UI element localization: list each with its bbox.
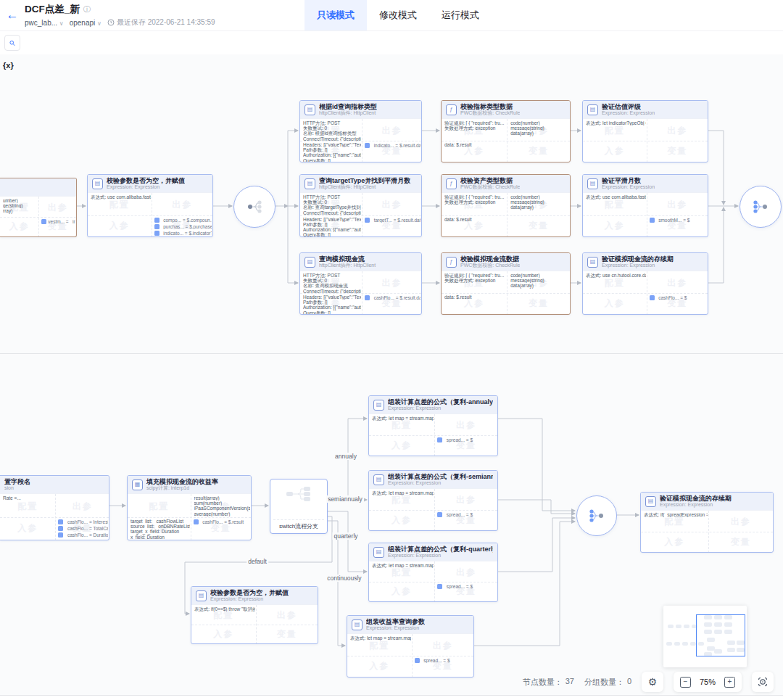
fit-view-button[interactable]: [752, 672, 774, 692]
flow-node[interactable]: ▤验证模拟现金流的存续期Expression: Expression配置入参表达…: [582, 252, 708, 315]
node-body: 配置入参Rate =...出参变量_cashFlo... = InterestR…: [0, 493, 109, 540]
config-text: 验证规则: [ { "required": tru...失败处理方式: exce…: [444, 120, 506, 131]
edge-label: annualy: [334, 453, 358, 460]
tab-readonly-mode[interactable]: 只读模式: [304, 0, 367, 30]
flow-node[interactable]: ▤验证模拟现金流的存续期Expression: Expression配置入参表达…: [640, 492, 774, 553]
scipy-type-icon: ▦: [132, 479, 143, 490]
toolbar-band: [0, 31, 783, 54]
node-header: ƒ校验指标类型数据PWC数据校验: CheckRule: [442, 101, 570, 118]
flow-node[interactable]: ▤组装计算点差的公式（复利-quarterly）Expression: Expr…: [368, 543, 498, 602]
flow-node[interactable]: ƒ校验指标类型数据PWC数据校验: CheckRule配置入参验证规则: [ {…: [441, 100, 571, 162]
api-select[interactable]: openapi ∨: [70, 19, 102, 27]
workspace-select[interactable]: pwc_lab... ∨: [25, 19, 64, 27]
body-divider: [583, 293, 708, 294]
param-row: vestm... = _investm...: [41, 219, 75, 224]
flow-node[interactable]: ƒ校验资产类型数据PWC数据校验: CheckRule配置入参验证规则: [ {…: [441, 174, 571, 237]
tab-edit-mode[interactable]: 修改模式: [367, 0, 429, 30]
info-icon[interactable]: ⓘ: [83, 4, 91, 15]
node-title: 组装计算点差的公式（复利-annualy）: [388, 398, 493, 405]
node-titles: 验证模拟现金流的存续期Expression: Expression: [602, 255, 674, 268]
flow-node[interactable]: ▤校验参数是否为空，并赋值Expression: Expression配置入参表…: [191, 586, 318, 644]
node-body: 配置入参表达式: let map = stream.map()...出参变量_s…: [369, 561, 497, 602]
watermark-label: 配置: [149, 500, 169, 512]
junction-node[interactable]: [740, 186, 782, 228]
flow-node[interactable]: ▤组装计算点差的公式（复利-annualy）Expression: Expres…: [368, 395, 498, 456]
node-title: 查询模拟现金流: [319, 255, 376, 263]
param-tag-icon: [154, 218, 160, 223]
chevron-down-icon: ∨: [97, 20, 102, 27]
flow-node[interactable]: 配置入参umber)ge(string)rray)出参变量vestm... = …: [0, 178, 77, 237]
search-button[interactable]: [4, 35, 20, 51]
param-tag-icon: [365, 295, 370, 300]
node-subtitle: Expression: Expression: [210, 596, 289, 602]
body-divider: [583, 141, 708, 141]
expression-type-icon: ▤: [373, 400, 384, 411]
tab-run-mode[interactable]: 运行模式: [429, 0, 492, 30]
zoom-in-button[interactable]: +: [724, 677, 735, 688]
flow-edge: [497, 419, 575, 511]
back-button[interactable]: ←: [0, 0, 25, 30]
flow-edge: [707, 207, 724, 283]
flow-node[interactable]: 置字段名sion配置入参Rate =...出参变量_cashFlo... = I…: [0, 475, 109, 540]
plus-icon: +: [724, 677, 735, 688]
switch-node[interactable]: switch流程分支: [270, 479, 328, 534]
config-text: 验证规则: [ { "required": tru...失败处理方式: exce…: [444, 273, 506, 283]
param-rows: _cashFlo... = $.result.dat...: [365, 295, 420, 300]
junction-node[interactable]: [233, 186, 276, 228]
node-header: ƒ校验模拟现金流数据PWC数据校验: CheckRule: [442, 253, 570, 271]
node-body: 配置入参表达式: let map = stream.map()...出参变量_s…: [369, 413, 497, 456]
http-type-icon: ▤: [304, 178, 315, 189]
variables-button[interactable]: {x}: [3, 61, 14, 70]
flow-node[interactable]: ▤验证平滑月数Expression: Expression配置入参表达式: us…: [582, 174, 708, 237]
output-params: code(number)message(string)data(array): [510, 273, 569, 289]
minimap[interactable]: [663, 606, 747, 667]
node-header: ▦填充模拟现金流的收益率scipy计算: interp1d: [128, 476, 251, 493]
param-text: _indicato... = $.indicatorT...: [161, 231, 212, 236]
zoom-out-button[interactable]: −: [680, 677, 691, 688]
node-title: 验证平滑月数: [602, 177, 655, 184]
flow-node[interactable]: ▤校验参数是否为空，并赋值Expression: Expression配置入参表…: [87, 174, 213, 237]
node-subtitle: httpClient插件: HttpClient: [319, 110, 377, 116]
mode-tabs: 只读模式 修改模式 运行模式: [304, 0, 492, 30]
param-tag-icon: [194, 519, 199, 524]
group-count: 分组数量：0: [584, 677, 631, 688]
node-header: ▤组装计算点差的公式（复利-semiannualy）Expression: Ex…: [369, 471, 497, 488]
watermark-label: 入参: [369, 660, 389, 672]
node-titles: 组装收益率查询参数Expression: Expression: [366, 618, 425, 631]
node-titles: 校验参数是否为空，并赋值Expression: Expression: [210, 589, 289, 602]
config-text: Rate =...: [3, 495, 54, 501]
node-title: 校验指标类型数据: [460, 103, 520, 110]
flow-node[interactable]: ▤查询targetType并找到平滑月数httpClient插件: HttpCl…: [299, 174, 422, 237]
param-text: _spread... = $: [444, 437, 473, 442]
node-titles: 验证模拟现金流的存续期Expression: Expression: [660, 495, 732, 508]
node-subtitle: PWC数据校验: CheckRule: [460, 263, 520, 268]
watermark-label: 入参: [392, 585, 412, 598]
param-text: _cashFlo... = InterestRate: [65, 519, 108, 524]
param-text: _cashFlo... = $.result.dat...: [371, 295, 420, 300]
flow-node[interactable]: ▤查询模拟现金流httpClient插件: HttpClient配置入参HTTP…: [299, 252, 422, 315]
page-title: DCF点差_新: [25, 3, 80, 16]
api-label: openapi: [70, 19, 96, 27]
flow-edge: [497, 518, 575, 572]
param-rows: _compo... = $.compoun..._purchas... = $.…: [154, 218, 212, 236]
junction-node[interactable]: [576, 495, 617, 536]
flow-node[interactable]: ƒ校验模拟现金流数据PWC数据校验: CheckRule配置入参验证规则: [ …: [441, 252, 571, 315]
flow-node[interactable]: ▤组装收益率查询参数Expression: Expression配置入参表达式:…: [347, 615, 474, 678]
flow-node[interactable]: ▤验证估值评级Expression: Expression配置入参表达式: le…: [582, 100, 708, 162]
node-subtitle: Expression: Expression: [366, 625, 425, 631]
node-subtitle: Expression: Expression: [388, 405, 493, 411]
config-text: 表达式: use cn.hutool.core.date...: [586, 273, 646, 278]
node-titles: 填充模拟现金流的收益率scipy计算: interp1d: [146, 478, 218, 491]
body-divider: [442, 215, 570, 216]
param-row: _smoothM... = $: [650, 218, 707, 223]
flow-node[interactable]: ▤根据id查询指标类型httpClient插件: HttpClient配置入参H…: [299, 100, 422, 162]
settings-button[interactable]: ⚙: [642, 672, 663, 692]
switch-fork-icon: [283, 483, 314, 508]
minimap-viewport[interactable]: [696, 614, 745, 656]
body-divider: [442, 293, 570, 294]
flow-node[interactable]: ▦填充模拟现金流的收益率scipy计算: interp1d配置入参target_…: [127, 475, 252, 540]
flow-node[interactable]: ▤组装计算点差的公式（复利-semiannualy）Expression: Ex…: [368, 470, 498, 531]
zoom-level: 75%: [698, 678, 717, 686]
node-header: ▤验证平滑月数Expression: Expression: [583, 175, 708, 192]
check-type-icon: ƒ: [446, 178, 457, 189]
